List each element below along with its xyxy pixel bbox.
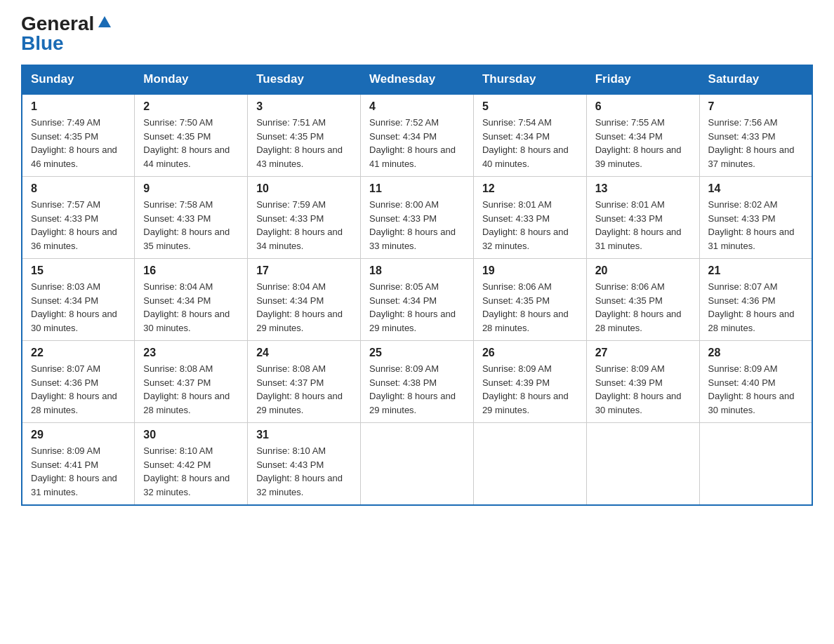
- logo: General Blue: [21, 14, 112, 53]
- calendar-cell: 29Sunrise: 8:09 AMSunset: 4:41 PMDayligh…: [22, 423, 135, 506]
- day-number: 9: [143, 182, 239, 195]
- calendar-cell: 12Sunrise: 8:01 AMSunset: 4:33 PMDayligh…: [473, 177, 586, 259]
- calendar-cell: 6Sunrise: 7:55 AMSunset: 4:34 PMDaylight…: [586, 94, 699, 177]
- day-number: 3: [256, 100, 352, 113]
- calendar-cell: 7Sunrise: 7:56 AMSunset: 4:33 PMDaylight…: [699, 94, 812, 177]
- day-info: Sunrise: 8:07 AMSunset: 4:36 PMDaylight:…: [31, 362, 126, 417]
- day-number: 20: [595, 264, 691, 277]
- day-number: 5: [482, 100, 578, 113]
- calendar-cell: 2Sunrise: 7:50 AMSunset: 4:35 PMDaylight…: [135, 94, 248, 177]
- day-info: Sunrise: 7:49 AMSunset: 4:35 PMDaylight:…: [31, 116, 126, 170]
- day-number: 11: [369, 182, 465, 195]
- day-number: 15: [31, 264, 126, 277]
- day-info: Sunrise: 7:59 AMSunset: 4:33 PMDaylight:…: [256, 198, 352, 253]
- calendar-cell: 13Sunrise: 8:01 AMSunset: 4:33 PMDayligh…: [586, 177, 699, 259]
- day-number: 17: [256, 264, 352, 277]
- calendar-cell: 8Sunrise: 7:57 AMSunset: 4:33 PMDaylight…: [22, 177, 135, 259]
- day-info: Sunrise: 8:08 AMSunset: 4:37 PMDaylight:…: [143, 362, 239, 417]
- calendar-cell: 27Sunrise: 8:09 AMSunset: 4:39 PMDayligh…: [586, 341, 699, 423]
- day-info: Sunrise: 7:54 AMSunset: 4:34 PMDaylight:…: [482, 116, 578, 170]
- logo-blue-text: Blue: [21, 34, 64, 53]
- day-number: 2: [143, 100, 239, 113]
- day-info: Sunrise: 7:58 AMSunset: 4:33 PMDaylight:…: [143, 198, 239, 253]
- day-info: Sunrise: 8:09 AMSunset: 4:39 PMDaylight:…: [482, 362, 578, 417]
- day-info: Sunrise: 7:52 AMSunset: 4:34 PMDaylight:…: [369, 116, 465, 170]
- calendar-cell: 30Sunrise: 8:10 AMSunset: 4:42 PMDayligh…: [135, 423, 248, 506]
- calendar-week-row: 8Sunrise: 7:57 AMSunset: 4:33 PMDaylight…: [22, 177, 812, 259]
- calendar-cell: 26Sunrise: 8:09 AMSunset: 4:39 PMDayligh…: [473, 341, 586, 423]
- calendar-cell: [586, 423, 699, 506]
- day-info: Sunrise: 8:09 AMSunset: 4:39 PMDaylight:…: [595, 362, 691, 417]
- day-number: 8: [31, 182, 126, 195]
- calendar-cell: 14Sunrise: 8:02 AMSunset: 4:33 PMDayligh…: [699, 177, 812, 259]
- calendar-week-row: 1Sunrise: 7:49 AMSunset: 4:35 PMDaylight…: [22, 94, 812, 177]
- weekday-header-wednesday: Wednesday: [361, 65, 474, 95]
- day-info: Sunrise: 7:55 AMSunset: 4:34 PMDaylight:…: [595, 116, 691, 170]
- day-info: Sunrise: 8:04 AMSunset: 4:34 PMDaylight:…: [143, 280, 239, 335]
- calendar-cell: [361, 423, 474, 506]
- day-info: Sunrise: 7:50 AMSunset: 4:35 PMDaylight:…: [143, 116, 239, 170]
- day-number: 12: [482, 182, 578, 195]
- day-info: Sunrise: 8:10 AMSunset: 4:42 PMDaylight:…: [143, 444, 239, 499]
- day-number: 14: [708, 182, 803, 195]
- logo-general-text: General: [21, 14, 94, 34]
- calendar-cell: 28Sunrise: 8:09 AMSunset: 4:40 PMDayligh…: [699, 341, 812, 423]
- day-info: Sunrise: 8:03 AMSunset: 4:34 PMDaylight:…: [31, 280, 126, 335]
- day-number: 26: [482, 347, 578, 359]
- day-info: Sunrise: 8:01 AMSunset: 4:33 PMDaylight:…: [482, 198, 578, 253]
- calendar-cell: 1Sunrise: 7:49 AMSunset: 4:35 PMDaylight…: [22, 94, 135, 177]
- weekday-header-thursday: Thursday: [473, 65, 586, 95]
- day-info: Sunrise: 7:51 AMSunset: 4:35 PMDaylight:…: [256, 116, 352, 170]
- calendar-week-row: 22Sunrise: 8:07 AMSunset: 4:36 PMDayligh…: [22, 341, 812, 423]
- calendar-week-row: 29Sunrise: 8:09 AMSunset: 4:41 PMDayligh…: [22, 423, 812, 506]
- day-number: 6: [595, 100, 691, 113]
- weekday-header-saturday: Saturday: [699, 65, 812, 95]
- calendar-cell: 21Sunrise: 8:07 AMSunset: 4:36 PMDayligh…: [699, 259, 812, 341]
- calendar-cell: 16Sunrise: 8:04 AMSunset: 4:34 PMDayligh…: [135, 259, 248, 341]
- day-number: 1: [31, 100, 126, 113]
- day-number: 30: [143, 429, 239, 441]
- day-info: Sunrise: 8:06 AMSunset: 4:35 PMDaylight:…: [595, 280, 691, 335]
- day-number: 4: [369, 100, 465, 113]
- day-number: 22: [31, 347, 126, 359]
- calendar-table: SundayMondayTuesdayWednesdayThursdayFrid…: [21, 65, 813, 506]
- day-number: 16: [143, 264, 239, 277]
- day-info: Sunrise: 8:07 AMSunset: 4:36 PMDaylight:…: [708, 280, 803, 335]
- svg-marker-0: [98, 16, 111, 27]
- day-number: 19: [482, 264, 578, 277]
- weekday-header-friday: Friday: [586, 65, 699, 95]
- calendar-cell: 22Sunrise: 8:07 AMSunset: 4:36 PMDayligh…: [22, 341, 135, 423]
- day-number: 28: [708, 347, 803, 359]
- calendar-cell: 31Sunrise: 8:10 AMSunset: 4:43 PMDayligh…: [248, 423, 361, 506]
- weekday-header-tuesday: Tuesday: [248, 65, 361, 95]
- calendar-cell: [473, 423, 586, 506]
- logo-triangle-icon: [97, 15, 112, 30]
- day-info: Sunrise: 8:05 AMSunset: 4:34 PMDaylight:…: [369, 280, 465, 335]
- day-number: 13: [595, 182, 691, 195]
- calendar-cell: 3Sunrise: 7:51 AMSunset: 4:35 PMDaylight…: [248, 94, 361, 177]
- calendar-cell: 25Sunrise: 8:09 AMSunset: 4:38 PMDayligh…: [361, 341, 474, 423]
- day-info: Sunrise: 8:10 AMSunset: 4:43 PMDaylight:…: [256, 444, 352, 499]
- calendar-cell: 15Sunrise: 8:03 AMSunset: 4:34 PMDayligh…: [22, 259, 135, 341]
- page-header: General Blue: [21, 14, 813, 53]
- calendar-cell: 17Sunrise: 8:04 AMSunset: 4:34 PMDayligh…: [248, 259, 361, 341]
- day-number: 10: [256, 182, 352, 195]
- day-number: 29: [31, 429, 126, 441]
- calendar-cell: 4Sunrise: 7:52 AMSunset: 4:34 PMDaylight…: [361, 94, 474, 177]
- day-number: 31: [256, 429, 352, 441]
- calendar-cell: 9Sunrise: 7:58 AMSunset: 4:33 PMDaylight…: [135, 177, 248, 259]
- day-number: 18: [369, 264, 465, 277]
- day-info: Sunrise: 8:09 AMSunset: 4:38 PMDaylight:…: [369, 362, 465, 417]
- day-number: 24: [256, 347, 352, 359]
- calendar-cell: 20Sunrise: 8:06 AMSunset: 4:35 PMDayligh…: [586, 259, 699, 341]
- day-info: Sunrise: 8:09 AMSunset: 4:40 PMDaylight:…: [708, 362, 803, 417]
- calendar-cell: 10Sunrise: 7:59 AMSunset: 4:33 PMDayligh…: [248, 177, 361, 259]
- day-number: 23: [143, 347, 239, 359]
- day-info: Sunrise: 8:02 AMSunset: 4:33 PMDaylight:…: [708, 198, 803, 253]
- calendar-cell: 24Sunrise: 8:08 AMSunset: 4:37 PMDayligh…: [248, 341, 361, 423]
- day-number: 7: [708, 100, 803, 113]
- day-number: 27: [595, 347, 691, 359]
- calendar-week-row: 15Sunrise: 8:03 AMSunset: 4:34 PMDayligh…: [22, 259, 812, 341]
- calendar-cell: 23Sunrise: 8:08 AMSunset: 4:37 PMDayligh…: [135, 341, 248, 423]
- day-number: 21: [708, 264, 803, 277]
